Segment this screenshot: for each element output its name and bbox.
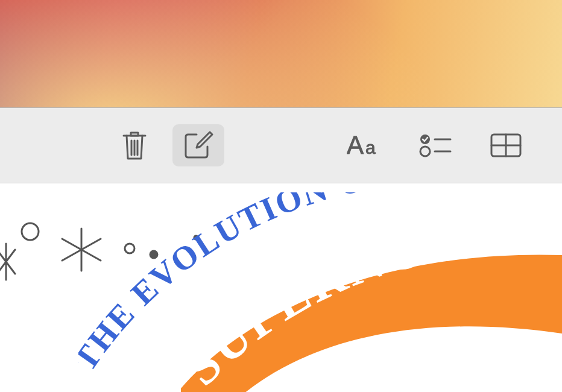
table-button[interactable]: [480, 124, 532, 166]
checklist-button[interactable]: [410, 124, 462, 166]
brush-stroke: [181, 250, 562, 392]
text-format-icon: A a: [347, 131, 385, 160]
trash-icon: [120, 130, 149, 161]
svg-text:A: A: [347, 131, 364, 159]
svg-point-7: [150, 251, 157, 258]
note-canvas: THE EVOLUTION OF M SUPERNOV: [0, 183, 562, 392]
compose-icon: [182, 130, 215, 161]
checklist-icon: [419, 132, 453, 159]
svg-point-8: [194, 236, 198, 239]
svg-text:a: a: [365, 138, 376, 157]
delete-button[interactable]: [109, 124, 160, 166]
format-button[interactable]: A a: [340, 124, 392, 166]
svg-point-5: [22, 223, 39, 240]
desktop-wallpaper: [0, 0, 562, 107]
new-note-button[interactable]: [172, 124, 224, 166]
toolbar-group-left: [109, 124, 224, 166]
svg-point-6: [125, 244, 134, 253]
table-icon: [489, 132, 523, 159]
app-toolbar: A a Create a note: [0, 107, 562, 183]
svg-point-3: [420, 147, 430, 156]
toolbar-group-right: A a: [340, 124, 532, 166]
